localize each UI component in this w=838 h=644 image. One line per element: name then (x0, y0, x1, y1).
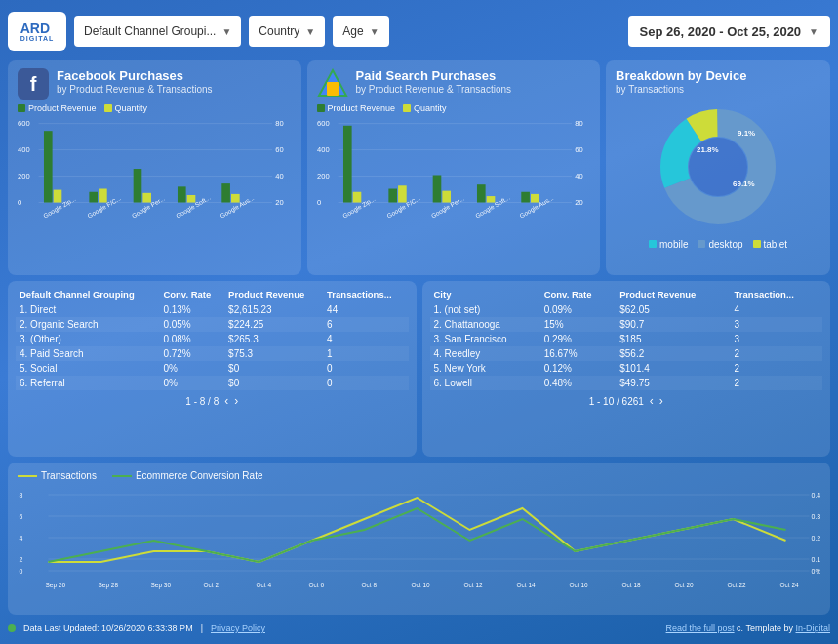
country-label: Country (259, 24, 299, 38)
svg-rect-30 (327, 82, 339, 96)
svg-text:69.1%: 69.1% (733, 180, 755, 188)
template-by-label: c. Template by (737, 624, 795, 633)
desktop-color (698, 240, 705, 248)
row-conv: 0.72% (159, 346, 224, 361)
transactions-legend: Transactions (18, 470, 97, 481)
table-row: 2. Organic Search 0.05% $224.25 6 (16, 317, 409, 332)
row-conv: 0.29% (540, 332, 617, 346)
channel-table: Default Channel Grouping Conv. Rate Prod… (16, 287, 409, 390)
prev-page-button[interactable]: ‹ (650, 394, 654, 408)
paid-search-panel-header: Paid Search Purchases by Product Revenue… (317, 68, 591, 100)
table-row: 2. Chattanooga 15% $90.7 3 (430, 317, 823, 332)
legend-item-quantity: Quantity (104, 103, 148, 113)
svg-rect-45 (388, 189, 397, 203)
svg-text:2: 2 (20, 556, 23, 563)
svg-text:0.3%: 0.3% (812, 513, 821, 520)
legend-mobile: mobile (649, 239, 688, 250)
legend-item-revenue: Product Revenue (317, 103, 396, 113)
svg-text:Oct 4: Oct 4 (257, 582, 272, 588)
svg-rect-18 (178, 186, 186, 202)
table-row: 6. Lowell 0.48% $49.75 2 (430, 376, 823, 390)
row-trans: 2 (731, 346, 822, 361)
row-trans: 1 (323, 346, 408, 361)
table-row: 4. Paid Search 0.72% $75.3 1 (16, 346, 409, 361)
quantity-color (403, 104, 411, 112)
quantity-label: Quantity (115, 103, 148, 113)
row-conv: 0.13% (159, 302, 224, 318)
svg-text:6: 6 (20, 513, 23, 520)
next-page-button[interactable]: › (659, 394, 663, 408)
svg-text:0: 0 (317, 198, 321, 207)
svg-text:Oct 20: Oct 20 (675, 582, 695, 588)
transactions-col-header: Transactions... (323, 287, 408, 302)
channel-col-header: Default Channel Grouping (16, 287, 159, 302)
svg-rect-13 (54, 190, 62, 203)
facebook-legend: Product Revenue Quantity (18, 103, 292, 113)
brand-link[interactable]: In-Digital (795, 624, 830, 633)
mobile-label: mobile (659, 239, 688, 250)
row-conv: 0.08% (159, 332, 224, 346)
svg-text:Sep 30: Sep 30 (151, 582, 172, 589)
device-panel-subtitle: by Transactions (616, 84, 820, 95)
chevron-down-icon: ▼ (370, 26, 379, 37)
bottom-chart-panel: Transactions Ecommerce Conversion Rate 8… (8, 463, 830, 615)
date-range-picker[interactable]: Sep 26, 2020 - Oct 25, 2020 ▼ (628, 16, 830, 47)
table-row: 1. Direct 0.13% $2,615.23 44 (16, 302, 409, 318)
legend-item-quantity: Quantity (403, 103, 447, 113)
channel-grouping-dropdown[interactable]: Default Channel Groupi... ▼ (74, 16, 241, 47)
chevron-down-icon: ▼ (221, 26, 231, 37)
row-revenue: $0 (224, 361, 323, 376)
footer-right: Read the full post c. Template by In-Dig… (666, 624, 830, 633)
row-trans: 0 (323, 376, 408, 390)
revenue-color (317, 104, 325, 112)
svg-text:Oct 8: Oct 8 (362, 582, 378, 588)
revenue-col-header: Product Revenue (224, 287, 323, 302)
row-num-name: 5. New York (430, 361, 540, 376)
row-num-name: 1. (not set) (430, 302, 540, 318)
svg-rect-14 (89, 192, 98, 203)
svg-text:Oct 6: Oct 6 (309, 582, 325, 588)
svg-text:20: 20 (275, 198, 283, 207)
svg-text:Oct 12: Oct 12 (464, 582, 484, 588)
channel-table-panel: Default Channel Grouping Conv. Rate Prod… (8, 281, 417, 457)
city-pagination: 1 - 10 / 6261 (589, 396, 644, 407)
svg-text:60: 60 (575, 145, 582, 154)
read-full-post-link[interactable]: Read the full post (666, 624, 735, 633)
donut-chart-area: 21.8% 69.1% 9.1% mobile desktop (616, 99, 820, 250)
revenue-label: Product Revenue (28, 103, 97, 113)
conversion-line-color (112, 475, 132, 477)
row-conv: 15% (540, 317, 617, 332)
paid-search-bar-chart: 600 400 200 0 80 60 40 20 (317, 115, 591, 241)
row-trans: 3 (731, 332, 822, 346)
age-dropdown[interactable]: Age ▼ (333, 16, 388, 47)
footer: Data Last Updated: 10/26/2020 6:33:38 PM… (8, 621, 830, 636)
svg-text:0.2%: 0.2% (812, 535, 821, 542)
row-trans: 3 (731, 317, 822, 332)
transactions-label: Transactions (41, 470, 97, 481)
row-trans: 4 (731, 302, 822, 318)
country-dropdown[interactable]: Country ▼ (249, 16, 325, 47)
row-conv: 16.67% (540, 346, 617, 361)
row-num-name: 3. (Other) (16, 332, 159, 346)
city-table-footer: 1 - 10 / 6261 ‹ › (430, 394, 823, 408)
line-chart: 8 6 4 2 0 0.4% 0.3% 0.2% 0.1% 0% Sep 26 … (18, 485, 820, 592)
data-last-updated: Data Last Updated: 10/26/2020 6:33:38 PM (23, 624, 193, 633)
privacy-policy-link[interactable]: Privacy Policy (211, 624, 265, 633)
row-revenue: $0 (224, 376, 323, 390)
row-revenue: $224.25 (224, 317, 323, 332)
row-revenue: $101.4 (616, 361, 730, 376)
next-page-button[interactable]: › (234, 394, 238, 408)
channel-pagination: 1 - 8 / 8 (185, 396, 219, 407)
age-label: Age (342, 24, 363, 38)
facebook-panel-title: Facebook Purchases (57, 68, 213, 84)
row-trans: 2 (731, 376, 822, 390)
mobile-color (649, 240, 657, 248)
row-conv: 0.09% (540, 302, 617, 318)
svg-text:Oct 14: Oct 14 (517, 582, 537, 588)
logo-text: ARD (20, 21, 54, 35)
row-num-name: 2. Chattanooga (430, 317, 540, 332)
paid-search-chart: 600 400 200 0 80 60 40 20 (317, 115, 591, 242)
prev-page-button[interactable]: ‹ (224, 394, 228, 408)
chevron-down-icon: ▼ (305, 26, 315, 37)
svg-text:Sep 26: Sep 26 (46, 582, 66, 589)
